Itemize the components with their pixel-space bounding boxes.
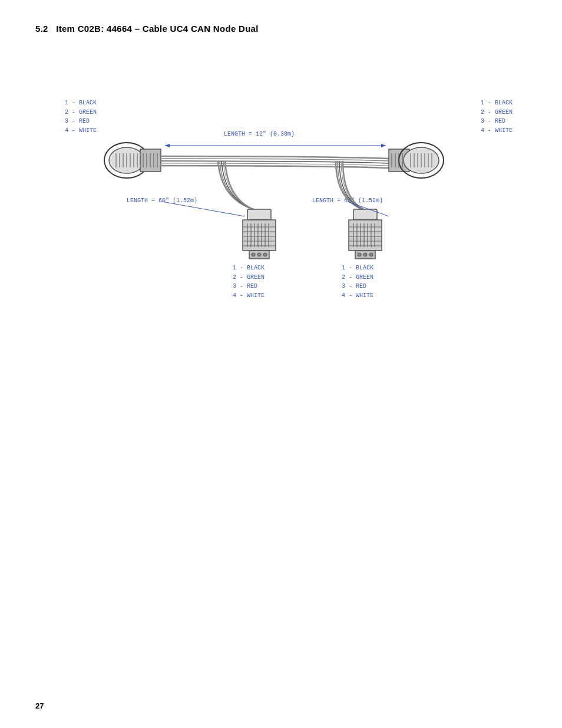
page-number: 27 [35,701,44,710]
svg-line-67 [162,202,244,216]
svg-point-63 [358,253,361,256]
cable-diagram-svg [35,45,518,317]
svg-point-45 [252,253,255,256]
svg-rect-30 [247,209,271,220]
svg-point-65 [369,253,373,256]
section-heading: 5.2 Item C02B: 44664 – Cable UC4 CAN Nod… [35,24,527,34]
svg-point-47 [263,253,267,256]
diagram-area: 1 - BLACK 2 - GREEN 3 - RED 4 - WHITE 1 … [35,45,518,317]
svg-point-46 [257,253,261,256]
section-number: 5.2 [35,24,48,34]
svg-point-64 [363,253,367,256]
page: 5.2 Item C02B: 44664 – Cable UC4 CAN Nod… [0,0,562,728]
section-title-text: Item C02B: 44664 – Cable UC4 CAN Node Du… [56,24,259,34]
